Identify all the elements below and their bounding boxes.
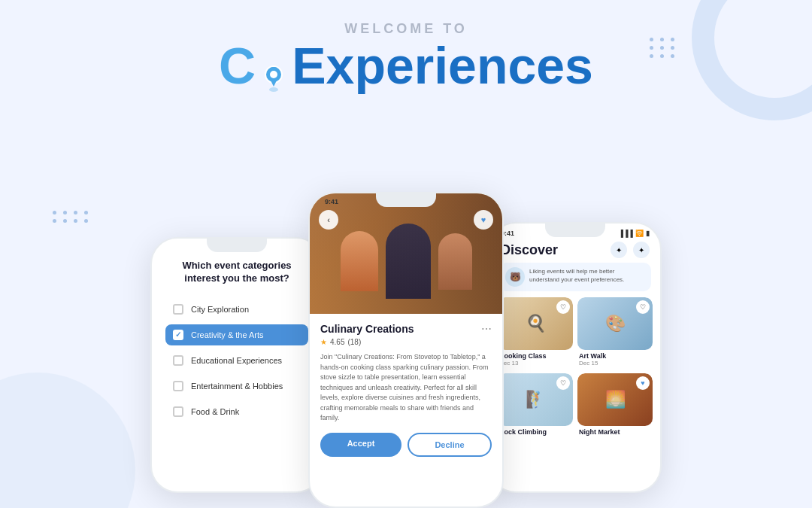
phone-discover: 9:41 ▐▐▐ 🛜 ▮ Discover ✦ ✦ 🐻 Liking event… [489, 222, 662, 493]
heart-market[interactable]: ♥ [636, 376, 650, 390]
discover-title: Discover [501, 242, 558, 258]
ai-message-text: Liking events will help me better unders… [529, 267, 645, 284]
category-creativity-label: Creativity & the Arts [191, 330, 264, 339]
svg-point-2 [269, 87, 278, 92]
sparkle-icon[interactable]: ✦ [611, 242, 627, 258]
category-entertainment[interactable]: Entertainment & Hobbies [165, 376, 308, 397]
checkbox-educational[interactable] [173, 355, 183, 366]
location-pin-icon [257, 50, 290, 84]
event-description: Join "Culinary Creations: From Stovetop … [320, 352, 492, 424]
heart-cooking[interactable]: ♡ [556, 300, 570, 314]
event-card-cooking[interactable]: 🍳 ♡ Cooking Class Dec 13 [498, 297, 573, 369]
heart-climbing[interactable]: ♡ [556, 376, 570, 390]
wifi-icon: 🛜 [635, 230, 644, 237]
brand-co: C [219, 40, 292, 91]
category-creativity[interactable]: Creativity & the Arts [165, 324, 308, 345]
event-info-art: Art Walk Dec 15 [577, 350, 653, 369]
art-name: Art Walk [579, 352, 651, 360]
cooking-date: Dec 13 [499, 360, 571, 367]
event-menu-icon[interactable]: ⋯ [481, 323, 492, 335]
event-info-market: Night Market [577, 426, 653, 438]
event-hero-image: ‹ ♥ [310, 193, 502, 314]
checkbox-creativity[interactable] [173, 330, 183, 340]
checkbox-entertainment[interactable] [173, 381, 183, 391]
categories-title: Which event categoriesinterest you the m… [165, 260, 308, 285]
accept-button[interactable]: Accept [320, 433, 401, 457]
phone-event-detail: 9:41 ‹ ♥ Culinary Creations ⋯ ★ 4.65 (18… [308, 192, 504, 508]
decline-button[interactable]: Decline [408, 433, 492, 457]
category-city-exploration[interactable]: City Exploration [165, 299, 308, 320]
climbing-name: Rock Climbing [499, 428, 571, 436]
star-icon: ★ [320, 338, 327, 346]
phones-container: Which event categoriesinterest you the m… [68, 192, 744, 508]
event-title-row: Culinary Creations ⋯ [320, 323, 492, 335]
events-grid: 🍳 ♡ Cooking Class Dec 13 🎨 ♡ Art Walk [490, 297, 660, 438]
ai-message-box: 🐻 Liking events will help me better unde… [499, 263, 651, 291]
discover-header: Discover ✦ ✦ [490, 239, 660, 263]
review-count: (18) [347, 338, 361, 346]
event-img-cooking: 🍳 ♡ [498, 297, 573, 350]
event-actions: Accept Decline [320, 433, 492, 457]
event-img-market: 🌅 ♥ [577, 373, 653, 426]
status-icons: ▐▐▐ 🛜 ▮ [619, 230, 650, 237]
event-card-market[interactable]: 🌅 ♥ Night Market [577, 373, 653, 438]
event-img-climbing: 🧗 ♡ [498, 373, 573, 426]
event-rating: ★ 4.65 (18) [320, 338, 492, 346]
category-city-label: City Exploration [191, 305, 249, 314]
category-educational-label: Educational Experiences [191, 356, 282, 365]
market-name: Night Market [579, 428, 651, 436]
category-educational[interactable]: Educational Experiences [165, 350, 308, 371]
event-info-climbing: Rock Climbing [498, 426, 573, 438]
category-food[interactable]: Food & Drink [165, 401, 308, 422]
back-button[interactable]: ‹ [319, 210, 338, 230]
event-img-art: 🎨 ♡ [577, 297, 653, 350]
brand-experiences: Experiences [292, 40, 593, 91]
svg-point-3 [270, 71, 277, 78]
art-date: Dec 15 [579, 360, 651, 367]
phone-notch-middle [376, 193, 436, 207]
welcome-text: WELCOME TO [0, 21, 812, 37]
category-food-label: Food & Drink [191, 407, 239, 416]
event-info-cooking: Cooking Class Dec 13 [498, 350, 573, 369]
cooking-name: Cooking Class [499, 352, 571, 360]
phone-left-content: Which event categoriesinterest you the m… [152, 239, 322, 439]
event-card-art[interactable]: 🎨 ♡ Art Walk Dec 15 [577, 297, 653, 369]
checkbox-food[interactable] [173, 406, 183, 417]
phone-notch-left [207, 239, 267, 252]
event-card-climbing[interactable]: 🧗 ♡ Rock Climbing [498, 373, 573, 438]
heart-art[interactable]: ♡ [636, 300, 650, 314]
phone-notch-right [545, 224, 605, 237]
event-title: Culinary Creations [320, 323, 414, 335]
status-bar-middle: 9:41 [325, 198, 338, 205]
settings-icon[interactable]: ✦ [633, 242, 650, 258]
phone-right-inner: 9:41 ▐▐▐ 🛜 ▮ Discover ✦ ✦ 🐻 Liking event… [490, 224, 660, 438]
ai-avatar: 🐻 [505, 267, 525, 287]
person-3 [438, 233, 472, 290]
discover-action-icons: ✦ ✦ [611, 242, 650, 258]
battery-icon: ▮ [646, 230, 650, 237]
rating-value: 4.65 [330, 338, 344, 346]
brand-logo: C Experiences [0, 40, 812, 91]
person-1 [341, 231, 378, 291]
category-entertainment-label: Entertainment & Hobbies [191, 382, 283, 391]
heart-button[interactable]: ♥ [474, 210, 493, 230]
person-2 [386, 224, 431, 299]
phone-categories: Which event categoriesinterest you the m… [150, 237, 323, 493]
header: WELCOME TO C Experiences [0, 0, 812, 91]
checkbox-city[interactable] [173, 304, 183, 315]
event-detail-content: Culinary Creations ⋯ ★ 4.65 (18) Join "C… [310, 314, 502, 466]
signal-icon: ▐▐▐ [619, 230, 633, 237]
